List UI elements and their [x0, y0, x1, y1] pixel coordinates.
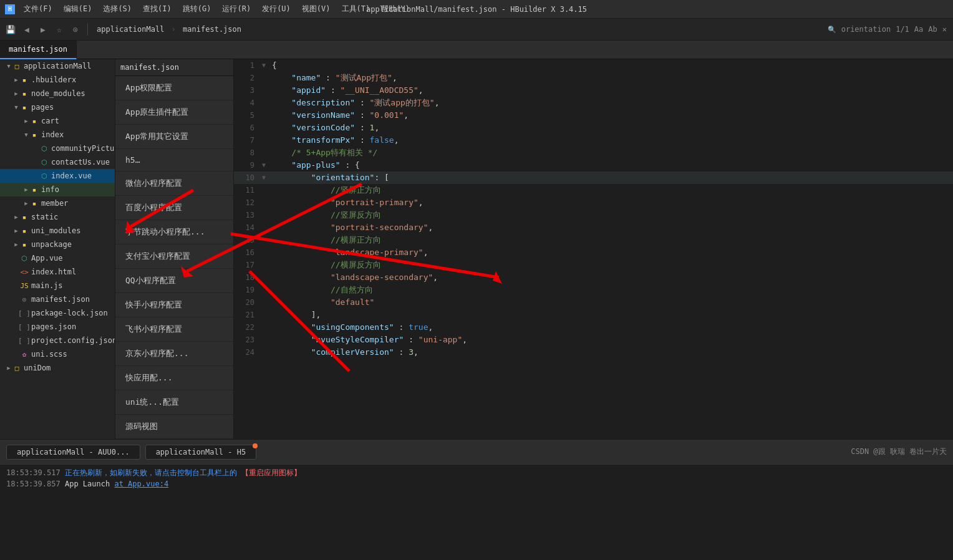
file-tab-manifest[interactable]: manifest.json — [0, 41, 77, 59]
close-search-button[interactable]: ✕ — [942, 25, 947, 34]
tree-item-contact-us[interactable]: ▶ ⬡ contactUs.vue — [0, 155, 115, 169]
fold-button — [262, 122, 269, 134]
config-item-wechat[interactable]: 微信小程序配置 — [115, 171, 233, 196]
case-sensitive-button[interactable]: Aa — [914, 25, 923, 34]
fold-button — [262, 72, 269, 84]
bottom-tab-label: applicationMall - AUU0... — [17, 448, 130, 456]
nav-forward-button[interactable]: ▶ — [36, 22, 50, 36]
config-item-qq[interactable]: QQ小程序配置 — [115, 269, 233, 293]
line-number: 12 — [234, 196, 262, 209]
line-number: 16 — [234, 246, 262, 259]
tree-item-package-lock[interactable]: ▶ [ ] package-lock.json — [0, 306, 115, 320]
config-item-app-other[interactable]: App常用其它设置 — [115, 125, 233, 149]
breadcrumb-project[interactable]: applicationMall — [97, 25, 164, 34]
config-item-jd[interactable]: 京东小程序配... — [115, 342, 233, 366]
code-line-10: 10 ▼ "orientation": [ — [234, 171, 953, 184]
line-number: 13 — [234, 209, 262, 221]
code-line-5: 5 "versionName" : "0.001", — [234, 109, 953, 122]
search-term: orientation — [841, 25, 891, 34]
config-item-uni-statistics[interactable]: uni统...配置 — [115, 390, 233, 415]
nav-back-button[interactable]: ◀ — [20, 22, 34, 36]
history-button[interactable]: ⊙ — [69, 22, 82, 36]
line-content: "landscape-primary", — [269, 246, 953, 259]
config-item-quickapp[interactable]: 快应用配... — [115, 366, 233, 390]
vue-icon: ⬡ — [40, 144, 49, 153]
tree-item-index-folder[interactable]: ▼ ▪ index — [0, 128, 115, 142]
config-item-feishu[interactable]: 飞书小程序配置 — [115, 317, 233, 342]
status-bar-right: CSDN @跟 耿瑞 卷出一片天 — [851, 447, 947, 457]
menu-jump[interactable]: 跳转(G) — [178, 2, 216, 16]
config-item-bytedance[interactable]: 字节跳动小程序配... — [115, 220, 233, 244]
tree-label: index.vue — [51, 171, 92, 180]
menu-select[interactable]: 选择(S) — [98, 2, 137, 16]
tree-item-uni-modules[interactable]: ▶ ▪ uni_modules — [0, 224, 115, 238]
line-content: //横屏反方向 — [269, 259, 953, 271]
fold-button — [262, 209, 269, 221]
fold-button — [262, 234, 269, 246]
save-button[interactable]: 💾 — [4, 22, 17, 36]
line-content: //横屏正方向 — [269, 234, 953, 246]
tree-item-unpackage[interactable]: ▶ ▪ unpackage — [0, 238, 115, 251]
tree-item-unidom[interactable]: ▶ □ uniDom — [0, 361, 115, 375]
tree-item-info[interactable]: ▶ ▪ info — [0, 183, 115, 196]
whole-word-button[interactable]: Ab — [928, 25, 937, 34]
line-number: 14 — [234, 221, 262, 234]
tree-item-index-vue[interactable]: ▶ ⬡ index.vue — [0, 169, 115, 183]
config-item-source-view[interactable]: 源码视图 — [115, 415, 233, 439]
tree-item-index-html[interactable]: ▶ <> index.html — [0, 265, 115, 279]
config-item-app-permission[interactable]: App权限配置 — [115, 76, 233, 100]
fold-button[interactable]: ▼ — [262, 159, 269, 171]
config-item-h5[interactable]: h5… — [115, 149, 233, 171]
tree-item-node-modules[interactable]: ▶ ▪ node_modules — [0, 87, 115, 100]
menu-run[interactable]: 运行(R) — [217, 2, 256, 16]
bottom-tab-label: applicationMall - H5 — [156, 448, 246, 456]
breadcrumb: applicationMall › manifest.json — [92, 25, 828, 34]
terminal-highlight-1[interactable]: 【重启应用图标】 — [241, 468, 301, 477]
terminal-link-1[interactable]: at App.vue:4 — [114, 480, 168, 488]
breadcrumb-file[interactable]: manifest.json — [183, 25, 241, 34]
code-line-1: 1 ▼ { — [234, 59, 953, 72]
tree-label: index — [41, 130, 64, 139]
tree-item-app-vue[interactable]: ▶ ⬡ App.vue — [0, 251, 115, 265]
tree-item-cart[interactable]: ▶ ▪ cart — [0, 114, 115, 128]
notification-dot — [253, 443, 258, 448]
bottom-tab-1[interactable]: applicationMall - AUU0... — [6, 445, 140, 460]
menu-publish[interactable]: 发行(U) — [257, 2, 296, 16]
menu-edit[interactable]: 编辑(E) — [59, 2, 97, 16]
expand-icon: ▼ — [5, 62, 12, 70]
tree-item-main-js[interactable]: ▶ JS main.js — [0, 279, 115, 292]
config-item-baidu[interactable]: 百度小程序配置 — [115, 196, 233, 220]
code-editor[interactable]: 1 ▼ { 2 "name" : "测试App打包", 3 "appid" : … — [234, 59, 953, 439]
tree-root[interactable]: ▼ □ applicationMall — [0, 59, 115, 73]
line-content: { — [269, 59, 953, 72]
tree-item-pages-json[interactable]: ▶ [ ] pages.json — [0, 320, 115, 334]
fold-button[interactable]: ▼ — [262, 59, 269, 72]
bottom-tab-2[interactable]: applicationMall - H5 — [145, 445, 257, 460]
tree-item-member[interactable]: ▶ ▪ member — [0, 196, 115, 210]
fold-button[interactable]: ▼ — [262, 171, 269, 184]
config-item-alipay[interactable]: 支付宝小程序配置 — [115, 244, 233, 269]
line-content: "portrait-secondary", — [269, 221, 953, 234]
vue-icon: ⬡ — [40, 171, 49, 180]
config-item-app-native[interactable]: App原生插件配置 — [115, 100, 233, 125]
vue-icon: ⬡ — [40, 158, 49, 167]
tree-item-community-pictures[interactable]: ▶ ⬡ communityPictures.vue — [0, 142, 115, 155]
line-number: 6 — [234, 122, 262, 134]
star-button[interactable]: ☆ — [52, 22, 66, 36]
menu-view[interactable]: 视图(V) — [297, 2, 336, 16]
menu-file[interactable]: 文件(F) — [19, 2, 57, 16]
folder-icon: ▪ — [20, 103, 29, 112]
tree-item-hbuilderx[interactable]: ▶ ▪ .hbuilderx — [0, 73, 115, 87]
menu-find[interactable]: 查找(I) — [138, 2, 177, 16]
code-line-23: 23 "nvueStyleCompiler" : "uni-app", — [234, 334, 953, 346]
tree-item-uni-scss[interactable]: ▶ ✿ uni.scss — [0, 347, 115, 361]
tree-item-manifest-json[interactable]: ▶ ⊙ manifest.json — [0, 292, 115, 306]
main-area: ▼ □ applicationMall ▶ ▪ .hbuilderx ▶ ▪ n… — [0, 59, 953, 439]
config-item-kuaishou[interactable]: 快手小程序配置 — [115, 293, 233, 317]
fold-button — [262, 196, 269, 209]
tree-item-static[interactable]: ▶ ▪ static — [0, 210, 115, 224]
expand-icon: ▶ — [12, 227, 20, 234]
tree-item-pages[interactable]: ▼ ▪ pages — [0, 100, 115, 114]
tree-item-project-config[interactable]: ▶ [ ] project.config.json — [0, 334, 115, 347]
line-content: "default" — [269, 296, 953, 309]
